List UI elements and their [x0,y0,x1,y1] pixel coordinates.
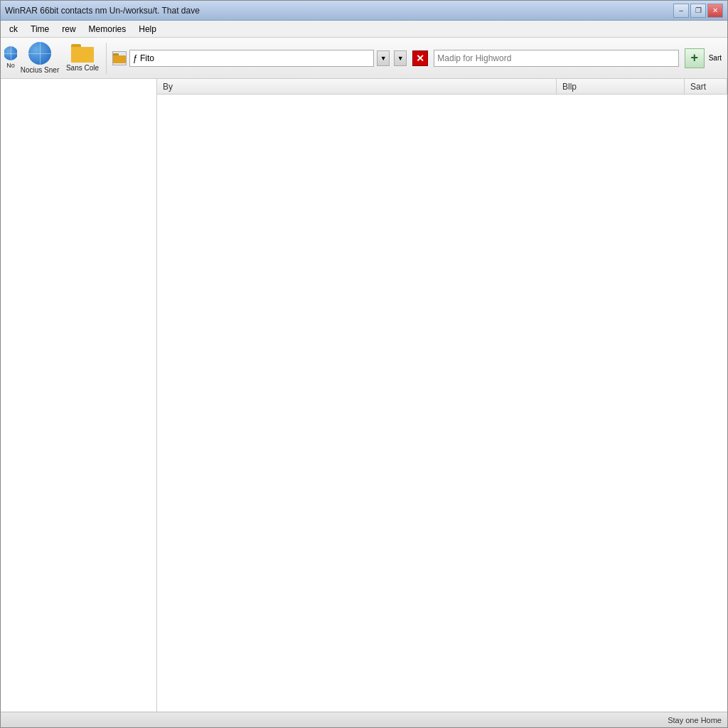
left-panel [1,79,157,712]
col-sort-label: Sart [690,82,706,92]
toolbar: No Nocius Sner Sans Cole [1,38,727,79]
dropdown-arrow: ▼ [380,55,387,62]
right-panel: By Bllp Sart [157,79,727,712]
title-bar-controls: – ❐ ✕ [673,4,723,18]
column-header-by[interactable]: By [157,79,557,94]
column-header-bllp[interactable]: Bllp [557,79,685,94]
menu-item-memories[interactable]: Memories [83,23,132,36]
status-text: Stay one Home [668,716,722,724]
title-bar: WinRAR 66bit contacts nm Un-/worksu/t. T… [1,1,727,21]
main-content: By Bllp Sart [1,79,727,712]
close-button[interactable]: ✕ [707,4,723,18]
column-headers: By Bllp Sart [157,79,727,95]
menu-item-time[interactable]: Time [25,23,55,36]
search-input[interactable] [437,53,675,63]
address-input[interactable] [133,53,370,63]
nocius-sner-label: Nocius Sner [21,66,59,75]
nocius-sner-icon [28,42,51,65]
toolbar-btn-nocius-sner[interactable]: Nocius Sner [19,40,60,77]
small-folder-icon [113,53,126,63]
address-dropdown-btn2[interactable]: ▼ [394,50,407,66]
address-dropdown-btn[interactable]: ▼ [377,50,390,66]
menu-bar: ck Time rew Memories Help [1,21,727,38]
menu-item-help[interactable]: Help [133,23,162,36]
minimize-button[interactable]: – [673,4,689,18]
sort-label: Sart [709,54,722,62]
sans-cole-icon [71,44,94,63]
search-input-container [434,50,678,67]
folder-body-small [113,55,126,63]
address-input-container [129,50,374,67]
toolbar-separator [106,43,107,74]
toolbar-btn-no[interactable]: No [4,40,18,77]
col-by-label: By [163,82,173,92]
add-button[interactable]: + [685,48,705,68]
column-header-sort[interactable]: Sart [685,79,727,94]
menu-item-ck[interactable]: ck [4,23,23,36]
clear-button[interactable]: ✕ [412,50,428,66]
sort-label-area: Sart [709,54,722,62]
folder-body [71,47,94,63]
plus-icon: + [690,50,698,65]
clear-icon: ✕ [416,53,424,64]
no-label: No [6,62,15,70]
no-icon [4,46,18,60]
menu-item-rew[interactable]: rew [56,23,81,36]
address-bar: ▼ ▼ ✕ + Sart [109,48,724,68]
restore-button[interactable]: ❐ [690,4,706,18]
address-folder-icon [112,51,127,65]
dropdown-arrow2: ▼ [397,55,404,62]
main-window: WinRAR 66bit contacts nm Un-/worksu/t. T… [0,0,728,728]
content-area [157,95,727,712]
sans-cole-label: Sans Cole [66,64,99,73]
toolbar-btn-sans-cole[interactable]: Sans Cole [62,40,103,77]
status-bar: Stay one Home [1,712,727,727]
window-title: WinRAR 66bit contacts nm Un-/worksu/t. T… [5,6,200,16]
col-bllp-label: Bllp [562,82,577,92]
